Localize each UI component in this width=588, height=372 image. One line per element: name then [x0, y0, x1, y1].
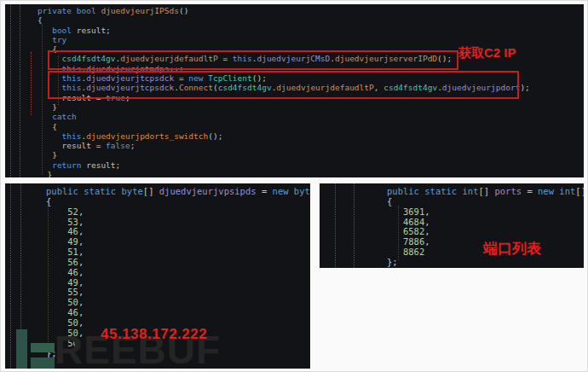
indent-guide — [10, 183, 11, 369]
code-token — [46, 257, 67, 267]
code-token: , — [424, 217, 429, 227]
code-token: false — [106, 141, 130, 150]
code-token — [37, 35, 52, 44]
code-token: 51 — [67, 247, 78, 257]
code-token: 49 — [67, 236, 78, 247]
code-token — [46, 287, 67, 297]
code-line: public static int[] ports = new int[] — [387, 187, 584, 197]
code-token: catch — [52, 112, 77, 121]
code-token: , — [78, 297, 84, 307]
code-token: bool — [77, 6, 96, 15]
code-token: public — [387, 186, 419, 196]
code-token: ports — [494, 186, 522, 196]
code-token: 56 — [67, 257, 78, 267]
code-line: 49, — [46, 237, 310, 247]
code-line: this.djuedvjeurjpdorts_swidtch(); — [37, 131, 530, 141]
code-line: bool result; — [37, 26, 530, 35]
indent-guide — [335, 183, 336, 268]
code-token: () — [179, 6, 188, 15]
code-token: 46 — [67, 226, 78, 236]
code-token — [37, 26, 52, 35]
code-token: 8862 — [403, 247, 424, 257]
code-token: new — [273, 186, 289, 196]
code-line: 50, — [46, 298, 310, 308]
code-token: 46 — [67, 267, 78, 277]
code-token: new — [538, 186, 554, 196]
code-token: , — [78, 277, 84, 288]
code-token: 6582 — [403, 226, 424, 236]
code-token — [46, 247, 67, 257]
code-token: bool — [52, 26, 72, 35]
code-line: { — [46, 197, 310, 207]
code-token: , — [78, 247, 84, 257]
code-token: , — [78, 267, 84, 277]
code-token: } — [37, 102, 57, 112]
code-token — [37, 160, 52, 170]
code-token — [46, 277, 67, 288]
annotation-box-get-c2-ip — [48, 50, 458, 70]
code-token: this — [62, 131, 82, 141]
code-token: djuedvjeurjIPSds — [101, 6, 179, 15]
code-line: 46, — [46, 268, 310, 278]
code-token: djuedvjeurjvpsipds — [159, 186, 257, 196]
code-token: { — [37, 122, 57, 131]
code-token: static — [84, 186, 116, 196]
indent-guide — [354, 183, 355, 268]
code-token — [387, 236, 403, 247]
code-token: , — [78, 257, 84, 267]
annotation-decoded-ip: 45.138.172.222 — [101, 326, 207, 343]
indent-guide — [31, 52, 32, 115]
code-token — [46, 206, 67, 217]
code-token: 3691 — [403, 206, 424, 217]
code-token: , — [78, 307, 84, 317]
code-line: 56, — [46, 258, 310, 268]
code-line: } — [37, 150, 530, 160]
code-token: [] — [479, 186, 495, 196]
code-token: 4684 — [403, 217, 424, 227]
code-token: } — [37, 170, 52, 177]
code-token — [46, 297, 67, 307]
code-token: , — [78, 287, 84, 297]
annotation-box-tcp-connect — [48, 71, 519, 99]
code-line: result = false; — [37, 141, 530, 150]
code-token: 7886 — [403, 236, 424, 247]
code-line: try — [37, 35, 530, 44]
code-token: private — [37, 6, 72, 15]
code-line: 53, — [46, 218, 310, 228]
code-token: 46 — [67, 307, 78, 317]
code-token — [46, 236, 67, 247]
code-line: public static byte[] djuedvjeurjvpsipds … — [46, 187, 310, 197]
code-token: , — [78, 236, 84, 247]
freebuf-logo-bar — [31, 343, 55, 352]
freebuf-logo-bar — [31, 357, 55, 369]
code-token: = — [522, 186, 538, 196]
code-token: ); — [520, 83, 529, 92]
code-token: public — [46, 186, 78, 196]
code-token: 53 — [67, 217, 78, 227]
code-line: } — [37, 102, 530, 112]
code-token: , — [78, 217, 84, 227]
code-token: static — [424, 186, 457, 196]
code-token: , — [424, 226, 429, 236]
code-token: = — [257, 186, 273, 196]
code-line: 51, — [46, 247, 310, 258]
code-line: } — [37, 170, 530, 177]
code-token: 49 — [67, 277, 78, 288]
code-line: 49, — [46, 278, 310, 288]
code-token: { — [46, 196, 51, 206]
code-token — [387, 217, 403, 227]
annotation-get-c2-ip: 获取C2 IP — [458, 45, 516, 61]
code-token — [46, 217, 67, 227]
code-token: , — [424, 236, 429, 247]
code-token: 50 — [67, 297, 78, 307]
code-token: , — [78, 206, 84, 217]
code-line: catch — [37, 112, 530, 121]
code-token: { — [37, 15, 43, 25]
code-token: , — [424, 206, 429, 217]
code-token: , — [78, 226, 84, 236]
code-token — [46, 267, 67, 277]
freebuf-logo-bar — [16, 329, 27, 369]
code-token: result = — [37, 141, 106, 150]
code-token — [37, 112, 52, 121]
code-token: result; — [82, 160, 121, 170]
